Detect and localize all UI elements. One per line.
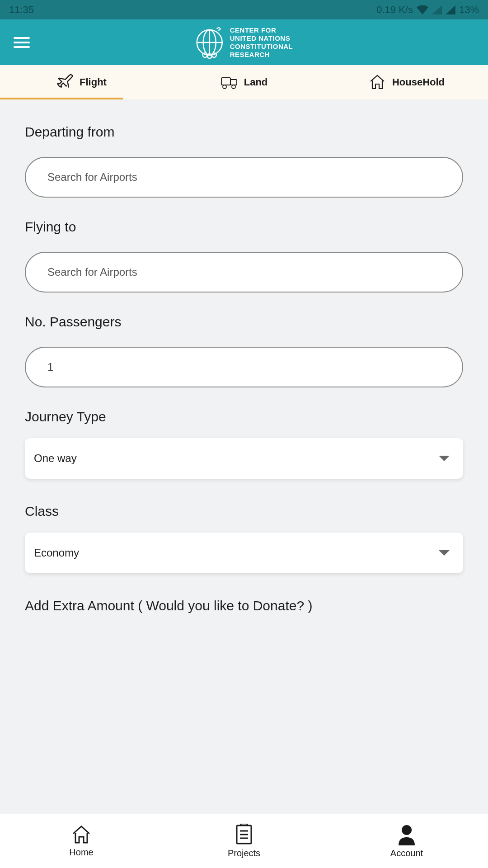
airplane-icon (56, 74, 73, 91)
tabs-container: Flight Land HouseHold (0, 65, 488, 99)
battery-percent: 13% (459, 4, 479, 16)
svg-rect-8 (230, 80, 237, 85)
donate-label: Add Extra Amount ( Would you like to Don… (25, 598, 463, 613)
departing-input[interactable] (25, 157, 463, 198)
svg-point-10 (232, 85, 235, 89)
class-value: Economy (34, 547, 79, 559)
globe-logo-icon (195, 25, 225, 59)
logo-container: CENTER FOR UNITED NATIONS CONSTITUTIONAL… (195, 25, 293, 59)
nav-home[interactable]: Home (0, 814, 163, 868)
svg-point-15 (402, 825, 412, 835)
passengers-label: No. Passengers (25, 314, 463, 330)
svg-rect-7 (221, 78, 230, 85)
data-speed: 0.19 K/s (376, 4, 413, 16)
vehicle-icon (221, 75, 238, 90)
svg-point-9 (223, 85, 226, 89)
house-icon (369, 74, 386, 90)
status-right: 0.19 K/s 13% (376, 4, 479, 16)
app-header: CENTER FOR UNITED NATIONS CONSTITUTIONAL… (0, 19, 488, 65)
tab-label: Flight (80, 76, 107, 88)
status-time: 11:35 (9, 4, 34, 16)
journey-value: One way (34, 452, 77, 465)
menu-button[interactable] (14, 37, 30, 48)
class-label: Class (25, 504, 463, 519)
bottom-nav: Home Projects Account (0, 814, 488, 868)
nav-label: Projects (228, 848, 260, 859)
wifi-icon (417, 5, 428, 14)
logo-text: CENTER FOR UNITED NATIONS CONSTITUTIONAL… (230, 26, 293, 59)
chevron-down-icon (439, 456, 450, 461)
tab-active-indicator (0, 98, 123, 99)
chevron-down-icon (439, 550, 450, 556)
status-bar: 11:35 0.19 K/s 13% (0, 0, 488, 19)
passengers-input[interactable] (25, 347, 463, 387)
person-icon (397, 824, 417, 845)
journey-label: Journey Type (25, 409, 463, 425)
tab-household[interactable]: HouseHold (325, 65, 488, 99)
class-select[interactable]: Economy (25, 533, 463, 573)
signal-icon (432, 5, 442, 14)
signal-icon-2 (446, 5, 455, 14)
flying-label: Flying to (25, 219, 463, 235)
document-icon (235, 824, 253, 845)
nav-account[interactable]: Account (325, 814, 488, 868)
nav-label: Home (69, 847, 93, 858)
tab-flight[interactable]: Flight (0, 65, 163, 99)
journey-select[interactable]: One way (25, 438, 463, 479)
form-content: Departing from Flying to No. Passengers … (0, 99, 488, 814)
nav-projects[interactable]: Projects (163, 814, 325, 868)
tab-label: HouseHold (392, 76, 445, 88)
home-icon (70, 825, 92, 844)
nav-label: Account (390, 848, 423, 859)
tab-land[interactable]: Land (163, 65, 325, 99)
flying-input[interactable] (25, 252, 463, 292)
tab-label: Land (244, 76, 268, 88)
departing-label: Departing from (25, 124, 463, 140)
